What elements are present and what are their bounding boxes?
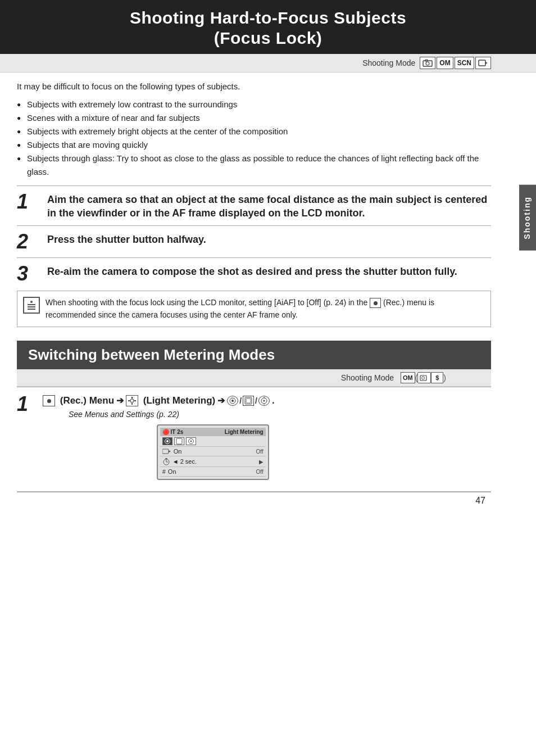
cam-row-hash: # On Off bbox=[160, 467, 266, 477]
cam-row-aiaf: On Off bbox=[160, 447, 266, 456]
svg-rect-9 bbox=[131, 403, 133, 405]
bullet-item: Subjects with extremely low contrast to … bbox=[17, 98, 491, 111]
camera-screen-wrap: 🔴 IT 2s Light Metering bbox=[43, 424, 275, 480]
note-icon bbox=[23, 297, 40, 314]
mode-icon2-om: OM bbox=[401, 372, 415, 383]
main-body: Shooting It may be difficult to focus on… bbox=[0, 73, 536, 514]
svg-rect-3 bbox=[479, 60, 485, 66]
svg-point-24 bbox=[190, 441, 192, 442]
cam-icon-center bbox=[186, 437, 196, 445]
shooting-mode-bar-2: Shooting Mode OM ( $ ) bbox=[17, 369, 491, 387]
cam-hash-icon: # bbox=[162, 468, 166, 475]
cam-icon-spot bbox=[162, 437, 172, 445]
page-title: Shooting Hard-to-Focus Subjects (Focus L… bbox=[11, 8, 525, 48]
svg-marker-26 bbox=[169, 450, 171, 452]
page-number: 47 bbox=[475, 496, 485, 506]
step4-light-label: (Light Metering) bbox=[140, 394, 215, 408]
metering-icons: / / bbox=[227, 396, 270, 407]
svg-point-13 bbox=[231, 400, 234, 402]
title-section: Shooting Hard-to-Focus Subjects (Focus L… bbox=[0, 0, 536, 54]
bullet-item: Subjects that are moving quickly bbox=[17, 138, 491, 152]
bullet-item: Scenes with a mixture of near and far su… bbox=[17, 111, 491, 125]
step-3: 3 Re-aim the camera to compose the shot … bbox=[17, 257, 491, 289]
settings-icon bbox=[126, 395, 138, 406]
step-4: 1 (Rec.) Menu ➔ (Light Metering) ➔ bbox=[17, 387, 491, 480]
bullet-item: Subjects through glass: Try to shoot as … bbox=[17, 152, 491, 179]
svg-marker-4 bbox=[485, 62, 488, 64]
svg-point-17 bbox=[264, 400, 265, 402]
svg-rect-15 bbox=[246, 399, 251, 403]
step-1: 1 Aim the camera so that an object at th… bbox=[17, 185, 491, 226]
cam-screen-header: 🔴 IT 2s Light Metering bbox=[160, 428, 266, 436]
cam-hash-label: On bbox=[168, 468, 176, 475]
svg-rect-30 bbox=[165, 458, 167, 459]
intro-text: It may be difficult to focus on the foll… bbox=[17, 80, 491, 93]
camera-screen: 🔴 IT 2s Light Metering bbox=[157, 424, 269, 480]
step-4-number: 1 bbox=[17, 394, 37, 414]
slash-separator: / bbox=[239, 396, 242, 407]
svg-point-1 bbox=[426, 62, 429, 65]
cam-icons-row bbox=[160, 436, 266, 447]
svg-point-7 bbox=[130, 399, 134, 402]
svg-rect-10 bbox=[128, 400, 130, 401]
mode-icon2-dollar: $ bbox=[431, 372, 443, 383]
cam-header-right: Light Metering bbox=[225, 429, 264, 435]
metering-icon-average bbox=[243, 396, 254, 406]
page-content: Shooting Hard-to-Focus Subjects (Focus L… bbox=[0, 0, 536, 514]
step-3-text: Re-aim the camera to compose the shot as… bbox=[47, 264, 457, 278]
step-2-text: Press the shutter button halfway. bbox=[47, 232, 206, 246]
slash-separator-2: / bbox=[255, 396, 257, 407]
cam-header-left: 🔴 IT 2s bbox=[162, 429, 184, 435]
mode-icon-om: OM bbox=[437, 57, 453, 69]
svg-rect-25 bbox=[162, 449, 169, 454]
step-2-number: 2 bbox=[17, 232, 39, 252]
mode-icons: OM SCN bbox=[420, 57, 491, 69]
sub-text: See Menus and Settings (p. 22) bbox=[43, 410, 275, 419]
step-1-number: 1 bbox=[17, 192, 39, 212]
mode-icon-camera bbox=[420, 57, 435, 69]
svg-point-21 bbox=[166, 440, 169, 442]
note-text: When shooting with the focus lock using … bbox=[46, 298, 434, 319]
svg-rect-5 bbox=[420, 375, 426, 381]
rec-icon bbox=[370, 298, 381, 308]
shooting-mode-label-2: Shooting Mode bbox=[341, 373, 394, 382]
rec-menu-icon bbox=[43, 395, 55, 406]
step4-rec-label: (Rec.) Menu bbox=[57, 394, 114, 408]
svg-rect-8 bbox=[131, 397, 133, 399]
sidebar-tab: Shooting bbox=[519, 185, 536, 251]
step4-arrow1: ➔ bbox=[116, 395, 124, 407]
metering-icon-center bbox=[227, 396, 238, 406]
svg-rect-22 bbox=[176, 438, 182, 444]
step-3-number: 3 bbox=[17, 264, 39, 284]
step-2: 2 Press the shutter button halfway. bbox=[17, 225, 491, 257]
mode-icon2-cm bbox=[417, 372, 431, 383]
step-1-text: Aim the camera so that an object at the … bbox=[47, 192, 491, 220]
cam-timer-val: ▶ bbox=[259, 459, 264, 465]
note-box: When shooting with the focus lock using … bbox=[17, 291, 491, 327]
shooting-mode-label: Shooting Mode bbox=[362, 58, 415, 67]
cam-aiaf-val: Off bbox=[256, 449, 264, 455]
step4-period: . bbox=[272, 394, 275, 408]
cam-row-timer: ◄ 2 sec. ▶ bbox=[160, 456, 266, 467]
section-2-title: Switching between Metering Modes bbox=[17, 341, 491, 369]
shooting-mode-bar: Shooting Mode OM SCN bbox=[0, 54, 536, 73]
cam-timer-label: ◄ 2 sec. bbox=[172, 458, 197, 465]
mode-icon-scn: SCN bbox=[455, 57, 474, 69]
cam-icon-avg bbox=[174, 437, 184, 445]
step4-arrow2: ➔ bbox=[217, 395, 225, 407]
bullet-item: Subjects with extremely bright objects a… bbox=[17, 125, 491, 138]
step-4-text: (Rec.) Menu ➔ (Light Metering) ➔ / bbox=[43, 394, 275, 408]
cam-hash-val: Off bbox=[256, 469, 264, 475]
svg-rect-11 bbox=[134, 400, 136, 401]
bullet-list: Subjects with extremely low contrast to … bbox=[17, 98, 491, 179]
cam-aiaf-label: On bbox=[174, 448, 182, 455]
metering-icon-spot bbox=[258, 396, 270, 406]
mode-icon-movie bbox=[475, 57, 491, 69]
svg-point-6 bbox=[422, 377, 425, 379]
